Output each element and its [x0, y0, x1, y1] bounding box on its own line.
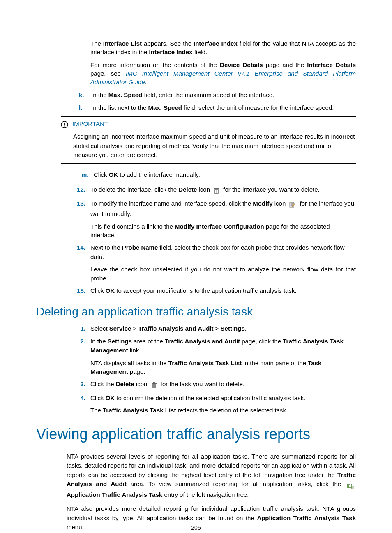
list-marker: 15. [75, 286, 85, 296]
bold-text: Traffic Analysis Task List [103, 407, 176, 414]
body-text: To delete the interface, click the [90, 186, 178, 193]
bold-text: Traffic Analysis and Audit [165, 338, 240, 345]
body-text: entry of the left navigation tree. [162, 491, 249, 498]
list-marker: 12. [75, 185, 85, 195]
body-text: for the task you want to delete. [161, 380, 244, 387]
bold-text: Interface Details [307, 61, 356, 68]
list-item: 3. Click the Delete icon for the task yo… [75, 380, 356, 390]
body-text: field. [192, 49, 207, 56]
list-item: 4. Click OK to confirm the deletion of t… [75, 394, 356, 415]
body-text: to confirm the deletion of the selected … [115, 394, 305, 401]
list-item: 13. To modify the interface name and int… [75, 199, 356, 240]
body-text: page and the [263, 61, 307, 68]
page-number: 205 [0, 524, 392, 531]
body-text: page, see [90, 70, 126, 77]
body-text: . [145, 79, 147, 86]
body-text: NTA provides several levels of reporting… [67, 453, 356, 478]
body-text: Next to the [90, 244, 122, 251]
list-marker: k. [79, 90, 84, 100]
list-item: 12. To delete the interface, click the D… [75, 185, 356, 196]
list-marker: 4. [75, 394, 85, 403]
list-marker: m. [81, 170, 89, 180]
body-text: The [90, 407, 103, 414]
body-text: The [90, 40, 103, 47]
bold-text: Interface List [103, 40, 142, 47]
body-text: to accept your modifications to the appl… [115, 287, 296, 294]
bold-text: OK [109, 171, 118, 178]
body-text: icon [197, 186, 212, 193]
list-item: 2. In the Settings area of the Traffic A… [75, 337, 356, 377]
body-text: In the [90, 338, 108, 345]
list-marker: 3. [75, 380, 85, 389]
bold-text: Application Traffic Analysis Task [257, 514, 356, 521]
bold-text: Device Details [220, 61, 263, 68]
bold-text: OK [106, 394, 115, 401]
bold-text: Probe Name [122, 244, 158, 251]
body-text: This field contains a link to the [90, 223, 175, 230]
list-item: m. Click OK to add the interface manuall… [81, 170, 356, 180]
body-text: area. To view summarized reporting for a… [127, 480, 345, 487]
svg-rect-14 [152, 383, 157, 384]
bold-text: Service [109, 325, 131, 332]
list-item: l. In the list next to the Max. Speed fi… [79, 103, 356, 113]
bold-text: Traffic Analysis and Audit [138, 325, 213, 332]
bold-text: Traffic Analysis Task List [168, 359, 242, 366]
body-text: icon [134, 380, 149, 387]
body-text: Click [90, 287, 106, 294]
body-text: in the main pane of the [242, 359, 308, 366]
body-text: > [131, 325, 138, 332]
chapter-heading: Viewing application traffic analysis rep… [36, 426, 356, 443]
list-marker: 13. [75, 199, 85, 209]
body-text: page. [128, 368, 145, 375]
modify-icon [288, 200, 297, 210]
svg-rect-21 [349, 485, 350, 487]
important-admonition: IMPORTANT: Assigning an incorrect interf… [61, 116, 356, 164]
body-text: Select [90, 325, 109, 332]
body-text: . [245, 325, 247, 332]
svg-rect-4 [214, 188, 219, 189]
cross-ref-link[interactable]: IMC Intelligent Management Center v7.1 E… [90, 70, 356, 86]
body-text: field, enter the maximum speed of the in… [142, 91, 274, 98]
body-text: area of the [132, 338, 165, 345]
delete-icon [150, 381, 158, 390]
bold-text: Interface Index [194, 40, 238, 47]
body-text: Click [90, 394, 106, 401]
body-text: For more information on the contents of … [90, 61, 220, 68]
body-text: In the [91, 91, 108, 98]
svg-rect-20 [348, 485, 348, 487]
important-title: IMPORTANT: [72, 120, 109, 127]
body-text: In the list next to the [91, 104, 148, 111]
body-text: To modify the interface name and interfa… [90, 200, 253, 207]
svg-rect-15 [153, 382, 155, 383]
svg-rect-22 [350, 484, 351, 487]
body-text: page, click the [240, 338, 283, 345]
svg-rect-5 [216, 188, 217, 188]
list-marker: l. [79, 103, 82, 113]
bold-text: Delete [116, 380, 134, 387]
bold-text: Application Traffic Analysis Task [67, 491, 162, 498]
body-text: for the interface you want to delete. [223, 186, 319, 193]
body-text: to add the interface manually. [118, 171, 200, 178]
app-task-icon [346, 481, 355, 490]
body-text: NTA displays all tasks in the [90, 359, 168, 366]
list-item: k. In the Max. Speed field, enter the ma… [79, 90, 356, 100]
body-text: link. [128, 347, 141, 354]
list-marker: 1. [75, 324, 85, 334]
body-text: appears. See the [142, 40, 194, 47]
body-text: field, select the unit of measure for th… [182, 104, 334, 111]
body-text: Leave the check box unselected if you do… [90, 266, 356, 282]
body-text: Click [94, 171, 109, 178]
bold-text: Max. Speed [108, 91, 143, 98]
section-heading: Deleting an application traffic analysis… [36, 305, 356, 318]
body-text: icon [273, 200, 288, 207]
list-item: 14. Next to the Probe Name field, select… [75, 243, 356, 283]
body-text: reflects the deletion of the selected ta… [176, 407, 288, 414]
body-text: > [213, 325, 220, 332]
bold-text: Max. Speed [148, 104, 182, 111]
important-body: Assigning an incorrect interface maximum… [73, 132, 356, 160]
bold-text: Settings [108, 338, 132, 345]
body-text: Click the [90, 380, 116, 387]
delete-icon [212, 186, 221, 196]
bold-text: OK [106, 287, 115, 294]
bold-text: Modify Interface Configuration [175, 223, 264, 230]
